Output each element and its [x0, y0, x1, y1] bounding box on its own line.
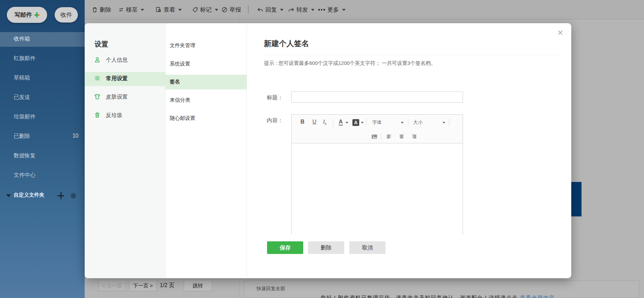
signature-editor: B U Ix A A 字体 大小 [291, 114, 463, 235]
signature-hint: 提示 : 您可设置最多600个汉字或1200个英文字符； 一共可设置3个签名档。 [264, 60, 436, 67]
editor-divider [408, 119, 408, 126]
caret-down-icon [178, 9, 182, 11]
nav-item-skin-settings[interactable]: 皮肤设置 [85, 93, 166, 103]
chevron-down-icon[interactable] [6, 194, 11, 197]
sidebar-item-inbox[interactable]: 收件箱 [14, 36, 79, 43]
more-dropdown[interactable]: 更多 [318, 0, 346, 19]
person-icon [94, 56, 101, 63]
custom-folders-row[interactable]: 自定义文件夹 [0, 191, 85, 201]
align-right-icon[interactable] [411, 133, 417, 140]
reply-icon [257, 6, 264, 13]
editor-divider [449, 119, 449, 126]
sidebar-item-flagged[interactable]: 红旗邮件 [14, 55, 79, 62]
forward-icon [288, 6, 295, 13]
close-icon[interactable]: × [558, 28, 563, 38]
content-label: 内容： [267, 117, 283, 124]
settings-title: 设置 [95, 40, 108, 49]
signature-panel: × 新建个人签名 提示 : 您可设置最多600个汉字或1200个英文字符； 一共… [247, 23, 571, 278]
caret-down-icon[interactable] [346, 122, 348, 124]
side-tab[interactable] [571, 182, 582, 216]
delete-signature-button[interactable]: 删除 [308, 241, 344, 254]
jump-page-button[interactable]: 跳转 [184, 280, 212, 291]
folder-settings-gear-icon[interactable] [70, 192, 77, 199]
text-color-icon[interactable]: A [339, 119, 343, 126]
subnav-system-settings[interactable]: 系统设置 [170, 61, 190, 67]
sidebar-item-file-center[interactable]: 文件中心 [14, 172, 79, 179]
sidebar-item-data-recovery[interactable]: 数据恢复 [14, 152, 79, 159]
trash-icon [92, 6, 98, 13]
nav-item-common-settings[interactable]: 常用设置 [85, 74, 166, 84]
caret-down-icon [311, 9, 314, 11]
subnav-folder-management[interactable]: 文件夹管理 [170, 42, 195, 49]
save-button[interactable]: 保存 [267, 241, 303, 254]
tag-icon [192, 6, 198, 13]
signature-title-input[interactable] [291, 91, 463, 103]
underline-icon[interactable]: U [312, 119, 317, 125]
bg-color-icon[interactable]: A [352, 119, 359, 126]
custom-folders-label: 自定义文件夹 [14, 192, 44, 198]
settings-subnav: 文件夹管理 系统设置 签名 来信分类 随心邮设置 [166, 23, 247, 278]
clipped-link: 查看全部内容 [520, 295, 555, 298]
sidebar-item-sent[interactable]: 已发送 [14, 94, 79, 101]
panel-title: 新建个人签名 [264, 39, 309, 49]
caret-down-icon [215, 9, 218, 11]
editor-toolbar: B U Ix A A 字体 大小 [292, 115, 463, 143]
editor-divider [381, 133, 381, 140]
view-icon [155, 6, 162, 13]
nav-item-personal-info[interactable]: 个人信息 [85, 56, 166, 66]
next-page-button[interactable]: 下一页 > [129, 280, 157, 291]
receive-label: 收件 [60, 11, 72, 19]
page-indicator: 1/2 页 [160, 282, 174, 289]
sidebar-item-spam[interactable]: 垃圾邮件 [14, 113, 79, 120]
font-size-select[interactable]: 大小 [413, 119, 423, 126]
compose-label: 写邮件 [15, 11, 32, 19]
subnav-signature[interactable]: 签名 [170, 79, 180, 85]
settings-modal: 设置 个人信息 常用设置 皮肤设置 [85, 23, 571, 278]
view-dropdown[interactable]: 查看 [155, 0, 182, 19]
title-divider [264, 55, 560, 55]
caret-down-icon [280, 9, 283, 11]
receive-button[interactable]: 收件 [55, 7, 78, 23]
prev-page-button[interactable]: < 上一页 [98, 280, 126, 291]
font-family-select[interactable]: 字体 [372, 119, 382, 126]
cancel-button[interactable]: 取消 [349, 241, 386, 254]
move-to-dropdown[interactable]: 移至 [118, 0, 144, 19]
align-center-icon[interactable] [398, 133, 405, 140]
subnav-mail-classification[interactable]: 来信分类 [170, 97, 190, 103]
forward-dropdown[interactable]: 转发 [288, 0, 314, 19]
caret-down-icon[interactable] [401, 122, 404, 124]
toolbar-divider [248, 5, 249, 14]
sidebar: 写邮件 收件 收件箱 红旗邮件 草稿箱 已发送 垃圾邮件 已删除 10 数据恢复… [0, 0, 85, 298]
editor-toolbar-row1: B U Ix A A 字体 大小 [292, 115, 463, 131]
align-left-icon[interactable] [386, 133, 392, 140]
deleted-count-badge: 10 [72, 133, 79, 139]
editor-divider [366, 119, 366, 126]
caret-down-icon[interactable] [361, 122, 364, 124]
compose-plus-icon [34, 12, 40, 17]
more-dots-icon [318, 9, 325, 11]
editor-divider [333, 119, 333, 126]
move-icon [118, 6, 124, 13]
caret-down-icon[interactable] [443, 122, 445, 124]
add-folder-icon[interactable] [57, 192, 64, 199]
sidebar-item-deleted[interactable]: 已删除 10 [14, 133, 79, 140]
clear-format-icon[interactable]: Ix [323, 119, 326, 126]
app-screen: 写邮件 收件 收件箱 红旗邮件 草稿箱 已发送 垃圾邮件 已删除 10 数据恢复… [0, 0, 644, 298]
bold-icon[interactable]: B [300, 119, 305, 125]
subnav-suixin-mail[interactable]: 随心邮设置 [170, 115, 195, 122]
settings-nav: 设置 个人信息 常用设置 皮肤设置 [85, 23, 166, 278]
image-icon[interactable] [371, 133, 378, 140]
quick-reply-panel[interactable]: 快速回复全部 您好！附件资料已整理完毕，请查收并及时回复确认，谢谢配合！详情请点… [244, 281, 639, 298]
tshirt-icon [94, 93, 101, 100]
report-button[interactable]: 举报 [221, 0, 241, 19]
compose-button[interactable]: 写邮件 [7, 7, 47, 23]
report-icon [221, 6, 228, 13]
editor-body[interactable] [292, 143, 463, 235]
quick-reply-label: 快速回复全部 [256, 286, 285, 292]
nav-item-anti-spam[interactable]: 反垃圾 [85, 111, 166, 121]
reply-dropdown[interactable]: 回复 [257, 0, 283, 19]
sidebar-item-drafts[interactable]: 草稿箱 [14, 74, 79, 82]
caret-down-icon [342, 9, 346, 11]
mark-dropdown[interactable]: 标记 [192, 0, 218, 19]
delete-button[interactable]: 删除 [92, 0, 111, 19]
